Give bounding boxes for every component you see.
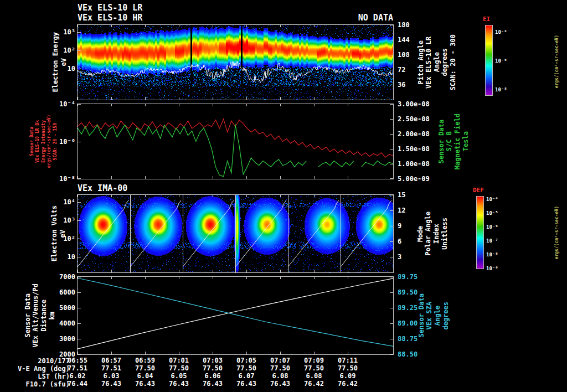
panel4-right-label-line: Sensor Data — [418, 293, 425, 337]
panel3-ylabel: Electron VoltseV — [51, 195, 66, 272]
tick-label: 10³ — [54, 216, 75, 224]
axis-value: 6.05 — [171, 372, 187, 380]
tick-label: 10⁻⁶ — [54, 138, 75, 146]
axis-value: 77.50 — [203, 364, 223, 372]
axis-value: 77.50 — [338, 364, 358, 372]
panel3-right-label-line: Mode — [417, 226, 424, 242]
axis-value: 76.42 — [338, 380, 358, 388]
panel2-left-label-line: Energy Intensity — [42, 120, 46, 163]
axis-value: 6.06 — [205, 372, 221, 380]
axis-value: 07:01 — [169, 357, 189, 364]
axis-value: 77.50 — [169, 364, 189, 372]
tick-label: 10 — [54, 65, 75, 73]
colorbar-ei-unit-text: ergs/(cm²-sr-sec-eV) — [555, 35, 559, 88]
tick-label: 10⁻⁴ — [486, 197, 506, 202]
vex-multipanel-plot: VEx ELS-10 LR VEx ELS-10 HR NO DATA VEx … — [0, 0, 567, 392]
axis-value: 76.43 — [101, 380, 121, 388]
panel2-left-label-line: ergs/(cm²-sr-sec-eV) — [47, 115, 51, 168]
tick-label: 10⁻⁴ — [54, 100, 75, 108]
ve-ang-row-label: V-E Ang (deg) — [8, 365, 70, 373]
tick-label: 2.50e-08 — [398, 115, 434, 123]
panel4-right-label-line: degrees — [442, 302, 450, 330]
axis-value: 07:07 — [270, 357, 290, 364]
tick-label: 10² — [54, 235, 75, 243]
tick-label: 2.00e-08 — [398, 130, 434, 138]
panel1-title-lr: VEx ELS-10 LR — [78, 3, 142, 13]
axis-value: 76.43 — [203, 380, 223, 388]
panel3-title: VEx IMA-00 — [78, 183, 127, 193]
tick-label: 10⁴ — [54, 198, 75, 206]
panel3-right-label-line: Polar Angle — [425, 212, 432, 255]
axis-value: 76.43 — [135, 380, 155, 388]
tick-label: 10⁻⁶ — [486, 224, 506, 230]
tick-label: 10⁻⁷ — [486, 238, 506, 244]
tick-label: 5.00e-09 — [398, 175, 434, 183]
panel4-left-label-line: Distance — [40, 300, 48, 332]
panel1-title-hr: VEx ELS-10 HR — [78, 13, 142, 23]
axis-value: 76.42 — [304, 380, 324, 388]
axis-value: 77.51 — [68, 364, 87, 372]
panel2-right-label-line: Tesla — [462, 131, 470, 151]
axis-value: 6.04 — [137, 372, 153, 380]
alt-sza-canvas — [77, 276, 394, 355]
axis-value: 07:05 — [236, 357, 256, 364]
tick-label: 5000 — [54, 304, 75, 312]
axis-value: 77.50 — [236, 364, 256, 372]
tick-label: 3.00e-08 — [398, 100, 434, 108]
tick-label: 10⁻⁸ — [495, 87, 515, 92]
axis-value: 06:57 — [101, 357, 121, 364]
panel4-left-label-line: km — [49, 312, 56, 319]
axis-value: 6.03 — [104, 372, 120, 380]
lst-row-label: LST (hr) — [8, 373, 70, 380]
panel1-right-label-line: degrees — [441, 48, 449, 76]
colorbar-def — [476, 196, 484, 269]
colorbar-ei-title: EI — [483, 16, 490, 23]
panel3-right-label-line: Unitless — [441, 218, 449, 250]
tick-label: 4000 — [54, 319, 75, 327]
axis-value: 06:55 — [68, 357, 87, 364]
panel1-right-label-line: VEx ELS-10 LR — [425, 37, 432, 89]
colorbar-def-unit-text: ergs/(cm²-sr-sec-eV) — [555, 206, 559, 259]
tick-label: 10⁻⁵ — [486, 210, 506, 216]
tick-label: 10⁻⁸ — [54, 175, 75, 183]
colorbar-ei — [485, 25, 493, 96]
panel4-left-label-line: VEx Alt/Venus/Pd — [32, 283, 39, 348]
tick-label: 10 — [54, 253, 75, 261]
no-data-label: NO DATA — [288, 13, 393, 23]
tick-label: 10⁻⁴ — [495, 29, 515, 35]
f107-row-label: F10.7 (sfu) — [8, 380, 70, 388]
panel2-right-label-line: Magnetic Field — [454, 114, 461, 169]
axis-value: 77.51 — [101, 364, 121, 372]
panel1-ylabel: Electron EnergyeV — [53, 25, 67, 100]
colorbar-def-title: DEF — [473, 187, 484, 194]
axis-value: 77.50 — [304, 364, 324, 372]
panel4-left-label: Sensor DataVEx Alt/Venus/PdDistancekm — [24, 277, 55, 354]
axis-value: 07:09 — [304, 357, 324, 364]
axis-value: 76.43 — [236, 380, 256, 388]
panel1-right-label: Pitch AngleVEx ELS-10 LRAngledegreesSCAN… — [415, 25, 458, 100]
axis-value: 76.44 — [68, 380, 87, 388]
colorbar-ei-unit: ergs/(cm²-sr-sec-eV) — [554, 25, 560, 98]
axis-value: 06:59 — [135, 357, 155, 364]
panel1-ylabel-line: Electron Energy — [52, 32, 59, 92]
axis-value: 6.08 — [306, 372, 322, 380]
axis-value: 6.02 — [70, 372, 86, 380]
panel1-right-label-line: Angle — [434, 52, 441, 72]
axis-value: 6.09 — [340, 372, 356, 380]
panel1-right-label-line: SCAN: 20 - 300 — [450, 34, 457, 90]
tick-label: 10⁻⁶ — [495, 58, 515, 64]
panel2-right-label-line: S/C B — [446, 131, 453, 151]
axis-value: 76.43 — [169, 380, 189, 388]
axis-value: 6.07 — [239, 372, 255, 380]
panel2-right-label-line: Sensor Data — [438, 120, 445, 163]
panel2-left-label-line: VEx ELS-10 LR Bk — [35, 120, 40, 163]
tick-label: 6000 — [54, 288, 75, 296]
axis-value: 77.50 — [270, 364, 290, 372]
tick-label: 10² — [54, 47, 75, 54]
panel4-right-label: Sensor DataVEx SZAAngledegrees — [416, 277, 451, 354]
axis-value: 07:03 — [203, 357, 223, 364]
tick-label: 7000 — [54, 273, 75, 281]
panel4-left-label-line: Sensor Data — [24, 293, 32, 337]
panel3-right-label: ModePolar AngleIndexUnitless — [415, 195, 450, 272]
panel2-left-label: Sensor DataVEx ELS-10 LR BkEnergy Intens… — [31, 104, 56, 179]
